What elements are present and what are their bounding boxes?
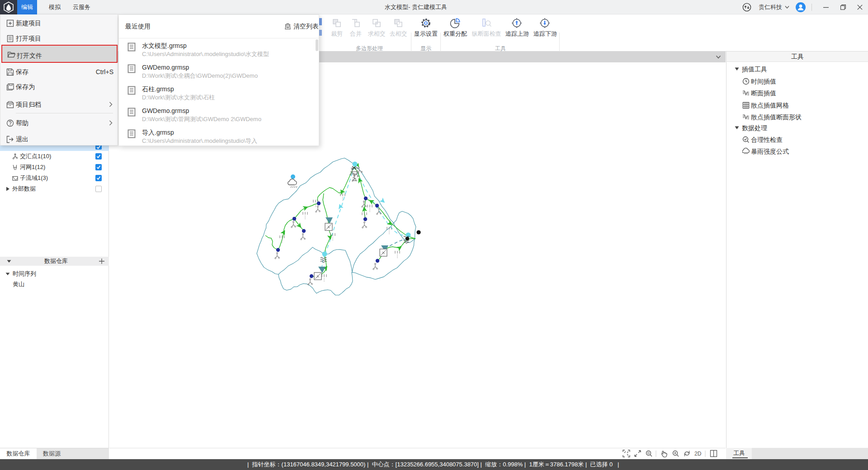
svg-text:2D: 2D [694,451,702,457]
